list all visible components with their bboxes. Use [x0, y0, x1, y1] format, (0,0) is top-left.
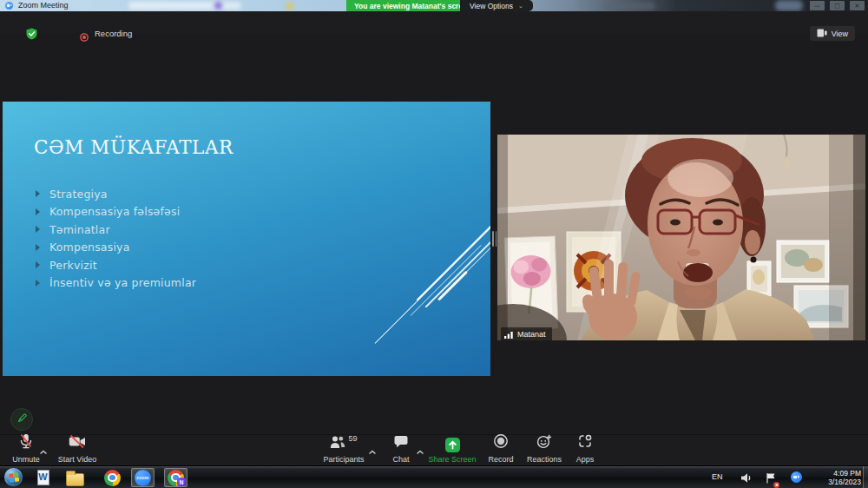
bullet-arrow-icon	[36, 280, 40, 287]
blurred-dark-blob	[603, 2, 655, 10]
slide-bullet: Strategiya	[36, 185, 196, 203]
slide-bullet: Kompensasiya	[36, 239, 196, 257]
meeting-controls-toolbar: Unmute Start Video 59 Participants Chat …	[0, 434, 868, 465]
smiley-plus-icon	[536, 433, 552, 452]
action-center-flag-icon[interactable]	[766, 472, 777, 486]
clock-date: 3/16/2023	[814, 478, 861, 486]
chevron-down-icon: ⌄	[518, 3, 523, 10]
view-label: View	[832, 30, 848, 38]
maximize-button[interactable]: □	[830, 1, 845, 10]
clock-time: 4:09 PM	[814, 469, 861, 478]
pencil-icon	[16, 412, 28, 427]
minimize-button[interactable]: —	[810, 1, 825, 10]
panel-resize-handle[interactable]	[492, 231, 496, 247]
view-options-button[interactable]: View Options ⌄	[460, 0, 533, 11]
slide-bullet: Perkvizit	[36, 256, 196, 274]
apps-button[interactable]: Apps	[567, 438, 603, 464]
participants-icon	[330, 435, 345, 452]
slide-bullet: İnsentiv və ya premiumlar	[36, 274, 196, 293]
participant-name-tag: Matanat	[501, 327, 552, 340]
window-title-bar[interactable]: Zoom Meeting You are viewing Matanat's s…	[0, 0, 868, 11]
record-icon	[493, 433, 509, 452]
taskbar-clock[interactable]: 4:09 PM 3/16/2023	[814, 469, 861, 486]
signal-strength-icon	[504, 326, 514, 342]
bullet-arrow-icon	[36, 190, 40, 197]
recording-indicator-icon	[80, 30, 89, 45]
participant-name: Matanat	[517, 330, 546, 339]
windows-taskbar: W zoom N EN 4:09 PM 3/16/2023	[0, 465, 868, 488]
chrome-icon	[104, 470, 121, 486]
taskbar-explorer-button[interactable]	[63, 468, 87, 487]
participants-button[interactable]: 59 Participants	[318, 438, 370, 464]
camera-off-icon	[69, 434, 86, 452]
slide-bullet: Təminatlar	[36, 221, 196, 239]
taskbar-browser-notification-button[interactable]: N	[164, 468, 187, 487]
view-grid-icon	[817, 29, 827, 39]
start-video-button[interactable]: Start Video	[52, 438, 102, 464]
unmute-options-chevron[interactable]	[39, 443, 48, 458]
reactions-button[interactable]: Reactions	[522, 438, 567, 464]
taskbar-zoom-button[interactable]: zoom	[131, 468, 155, 487]
zoom-app-icon	[5, 2, 13, 10]
language-indicator[interactable]: EN	[712, 472, 723, 481]
show-desktop-button[interactable]	[863, 466, 868, 488]
windows-logo-icon	[9, 472, 19, 483]
share-screen-button[interactable]: Share Screen	[424, 438, 481, 464]
blurred-purple-blob	[214, 2, 222, 10]
recording-label: Recording	[95, 29, 132, 38]
share-screen-icon	[445, 438, 460, 452]
bullet-arrow-icon	[36, 261, 40, 268]
security-shield-icon[interactable]	[26, 28, 37, 43]
participant-video-tile[interactable]	[497, 135, 865, 340]
volume-icon[interactable]	[740, 472, 753, 487]
notification-badge: N	[177, 478, 186, 486]
word-icon: W	[35, 469, 52, 486]
chat-bubble-icon	[394, 435, 409, 452]
slide-title: CƏM MÜKAFATLAR	[34, 136, 233, 158]
viewing-screen-text: You are viewing Matanat's screen	[354, 2, 471, 10]
window-title: Zoom Meeting	[18, 1, 69, 10]
blurred-light-blob	[775, 0, 803, 11]
bullet-arrow-icon	[36, 244, 40, 251]
bullet-arrow-icon	[36, 226, 40, 233]
apps-icon	[577, 433, 593, 452]
blurred-tab-blob	[128, 2, 241, 10]
view-options-label: View Options	[470, 2, 513, 10]
taskbar-word-button[interactable]: W	[31, 468, 55, 487]
folder-icon	[66, 473, 84, 486]
participant-video-scene	[497, 135, 865, 340]
zoom-meeting-window: Zoom Meeting You are viewing Matanat's s…	[0, 0, 868, 488]
zoom-tray-icon[interactable]	[791, 472, 802, 483]
microphone-muted-icon	[19, 433, 33, 452]
picture-frame-landscape	[777, 241, 829, 282]
zoom-icon: zoom	[135, 470, 151, 486]
slide-bullet-list: Strategiya Kompensasiya fəlsəfəsi Təmina…	[36, 185, 196, 292]
participants-count: 59	[348, 434, 357, 443]
view-layout-button[interactable]: View	[810, 26, 855, 41]
slide-bullet: Kompensasiya fəlsəfəsi	[36, 203, 196, 221]
taskbar-chrome-button[interactable]	[101, 468, 124, 487]
blurred-yellow-blob	[286, 3, 293, 10]
bullet-arrow-icon	[36, 208, 40, 215]
participants-options-chevron[interactable]	[368, 443, 377, 458]
record-button[interactable]: Record	[482, 438, 520, 464]
start-button[interactable]	[4, 468, 23, 486]
annotate-button[interactable]	[10, 408, 33, 431]
alert-x-badge	[773, 482, 779, 488]
chat-button[interactable]: Chat	[383, 438, 419, 464]
meeting-header-bar: Recording View	[0, 11, 868, 33]
shared-screen-slide: CƏM MÜKAFATLAR Strategiya Kompensasiya f…	[3, 102, 490, 376]
close-button[interactable]: ✕	[850, 1, 865, 10]
